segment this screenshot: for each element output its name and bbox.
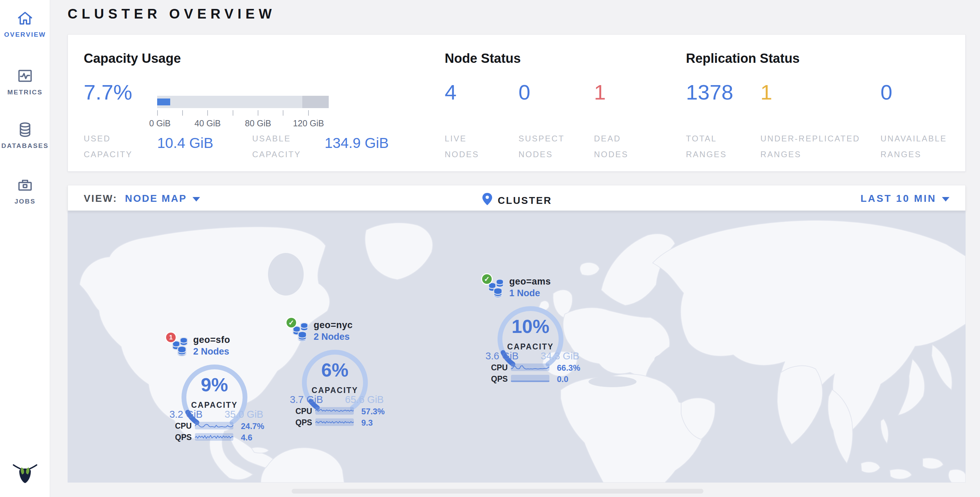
node-marker-sfo[interactable]: 1 geo=sfo 2 Nodes 9% CAP — [165, 331, 268, 448]
cpu-label: CPU — [296, 407, 313, 416]
axis-tick-label: 80 GiB — [245, 118, 271, 128]
replication-status-title: Replication Status — [686, 51, 800, 66]
capacity-usable: 34.3 GiB — [533, 350, 587, 362]
cpu-label: CPU — [175, 422, 193, 431]
sidebar-item-label: DATABASES — [0, 142, 50, 150]
sidebar-item-metrics[interactable]: METRICS — [0, 67, 50, 96]
locality-label: geo=sfo — [193, 335, 230, 345]
qps-label: QPS — [175, 433, 193, 442]
node-marker-ams[interactable]: ✓ geo=ams 1 Node 10% CAP — [481, 273, 584, 390]
sidebar-item-jobs[interactable]: JOBS — [0, 176, 50, 205]
page-title: CLUSTER OVERVIEW — [68, 6, 276, 22]
sidebar-item-label: OVERVIEW — [0, 31, 50, 38]
sidebar-item-label: METRICS — [0, 89, 50, 96]
cpu-label: CPU — [491, 363, 509, 373]
qps-value: 0.0 — [557, 374, 568, 384]
location-pin-icon — [481, 192, 493, 206]
breadcrumb-cluster-label: CLUSTER — [498, 195, 552, 206]
capacity-bar-reserved-segment — [302, 96, 329, 108]
cpu-value: 57.3% — [361, 407, 385, 416]
node-marker-nyc[interactable]: ✓ geo=nyc 2 Nodes 6% CAP — [285, 317, 388, 433]
live-nodes-value: 4 — [445, 80, 457, 104]
breadcrumb: CLUSTER — [481, 192, 552, 206]
capacity-usable: 35.0 GiB — [216, 409, 271, 420]
capacity-percent: 10% — [496, 315, 565, 338]
under-replicated-ranges-label: UNDER-REPLICATED RANGES — [760, 131, 887, 162]
cpu-sparkline — [315, 407, 354, 415]
axis-tick-label: 120 GiB — [293, 118, 324, 128]
capacity-usable: 65.6 GiB — [337, 394, 392, 405]
dead-nodes-label: DEAD NODES — [594, 131, 652, 162]
locality-label: geo=nyc — [313, 320, 353, 331]
qps-label: QPS — [491, 374, 509, 384]
capacity-used: 3.7 GiB — [279, 394, 334, 405]
sidebar: OVERVIEW METRICS DATABASES — [0, 0, 50, 497]
capacity-percent: 9% — [180, 374, 249, 396]
time-range-dropdown[interactable]: LAST 10 MIN — [861, 193, 950, 204]
view-label: VIEW: — [84, 193, 117, 204]
chevron-down-icon[interactable] — [192, 197, 200, 201]
sidebar-item-databases[interactable]: DATABASES — [0, 120, 50, 150]
qps-sparkline — [511, 375, 549, 382]
view-selector-dropdown[interactable]: NODE MAP — [125, 193, 187, 204]
capacity-caption: CAPACITY — [496, 342, 565, 352]
cluster-overview-page: OVERVIEW METRICS DATABASES — [0, 0, 980, 497]
capacity-bar — [157, 96, 329, 108]
capacity-bar-used-segment — [157, 99, 170, 105]
sidebar-item-label: JOBS — [0, 198, 50, 205]
under-replicated-ranges-value: 1 — [760, 80, 772, 104]
capacity-used: 3.6 GiB — [474, 350, 530, 362]
node-count-link[interactable]: 1 Node — [509, 288, 540, 299]
axis-tick-label: 0 GiB — [149, 118, 171, 128]
cockroachdb-logo — [13, 459, 37, 485]
qps-value: 4.6 — [241, 433, 252, 443]
cpu-value: 24.7% — [241, 422, 264, 431]
capacity-usage-title: Capacity Usage — [84, 51, 181, 66]
sidebar-item-overview[interactable]: OVERVIEW — [0, 9, 50, 38]
capacity-used-percent: 7.7% — [84, 80, 132, 104]
capacity-used: 3.2 GiB — [159, 409, 213, 420]
capacity-caption: CAPACITY — [301, 386, 369, 395]
used-capacity-value: 10.4 GiB — [157, 135, 213, 151]
cpu-sparkline — [195, 422, 233, 429]
dead-node-badge: 1 — [165, 331, 177, 343]
databases-icon — [0, 120, 50, 139]
healthy-badge-check-icon: ✓ — [285, 317, 297, 328]
suspect-nodes-value: 0 — [519, 80, 530, 104]
node-count-link[interactable]: 2 Nodes — [313, 331, 350, 342]
cluster-summary-panel: Capacity Usage 7.7% 0 GiB 40 GiB 80 GiB … — [68, 34, 966, 172]
chevron-down-icon — [942, 197, 950, 201]
usable-capacity-value: 134.9 GiB — [325, 135, 389, 151]
suspect-nodes-label: SUSPECT NODES — [519, 131, 577, 162]
dead-nodes-value: 1 — [594, 80, 606, 104]
used-capacity-label: USED CAPACITY — [84, 131, 152, 162]
locality-label: geo=ams — [509, 276, 551, 287]
horizontal-scrollbar[interactable] — [292, 489, 703, 494]
total-ranges-value: 1378 — [686, 80, 733, 104]
live-nodes-label: LIVE NODES — [445, 131, 503, 162]
healthy-badge-check-icon: ✓ — [481, 273, 493, 285]
home-icon — [0, 9, 50, 27]
cpu-sparkline — [511, 363, 549, 371]
node-status-title: Node Status — [445, 51, 521, 66]
qps-label: QPS — [296, 418, 313, 427]
qps-sparkline — [195, 433, 233, 441]
jobs-icon — [0, 176, 50, 194]
node-count-link[interactable]: 2 Nodes — [193, 346, 229, 357]
capacity-axis: 0 GiB 40 GiB 80 GiB 120 GiB — [157, 110, 329, 131]
capacity-percent: 6% — [301, 359, 369, 381]
metrics-icon — [0, 67, 50, 85]
unavailable-ranges-label: UNAVAILABLE RANGES — [880, 131, 977, 162]
cpu-value: 66.3% — [557, 363, 580, 373]
view-bar: VIEW:NODE MAP CLUSTER LAST 10 MIN — [68, 185, 966, 211]
axis-tick-label: 40 GiB — [194, 118, 221, 128]
unavailable-ranges-value: 0 — [880, 80, 892, 104]
usable-capacity-label: USABLE CAPACITY — [252, 131, 321, 162]
node-map-canvas[interactable]: 1 geo=sfo 2 Nodes 9% CAP — [68, 211, 966, 483]
total-ranges-label: TOTAL RANGES — [686, 131, 744, 162]
capacity-caption: CAPACITY — [180, 401, 249, 410]
qps-sparkline — [315, 418, 354, 426]
qps-value: 9.3 — [361, 418, 373, 428]
